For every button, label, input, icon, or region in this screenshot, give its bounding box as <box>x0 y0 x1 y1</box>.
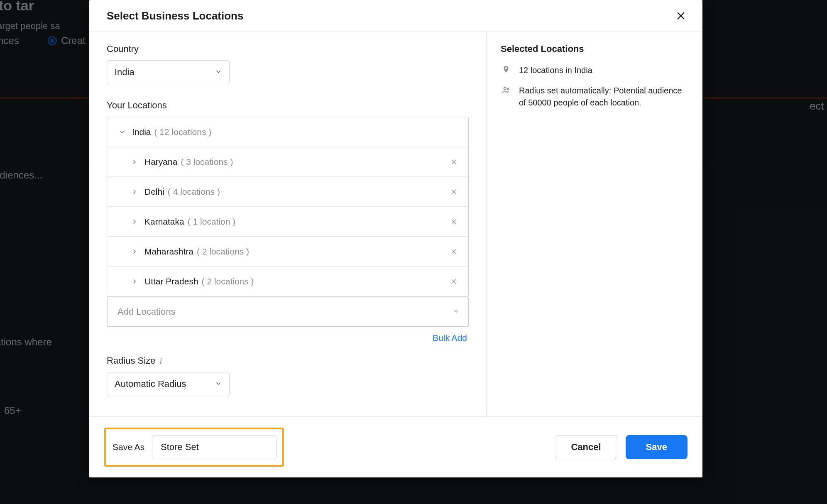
chevron-right-icon <box>131 278 141 285</box>
modal-body: Country India Your Locations India ( 12 … <box>89 32 702 416</box>
save-button[interactable]: Save <box>626 435 688 459</box>
close-button[interactable] <box>673 8 688 23</box>
modal-footer: Save As Cancel Save <box>89 416 702 477</box>
tree-root-count: ( 12 locations ) <box>154 127 212 137</box>
modal-title: Select Business Locations <box>107 10 243 22</box>
country-value: India <box>115 67 135 78</box>
close-icon <box>676 11 685 20</box>
tree-child-name: Karnataka <box>144 217 184 227</box>
radius-size-label: Radius Size i <box>107 355 469 366</box>
tree-child-row[interactable]: Haryana ( 3 locations ) <box>107 147 468 177</box>
summary-row-locations: 12 locations in India <box>501 64 688 76</box>
save-as-label: Save As <box>113 442 144 452</box>
tree-child-row[interactable]: Maharashtra ( 2 locations ) <box>107 237 468 267</box>
chevron-down-icon <box>215 379 222 389</box>
tree-child-row[interactable]: Uttar Pradesh ( 2 locations ) <box>107 267 468 296</box>
cancel-button[interactable]: Cancel <box>555 435 617 459</box>
tree-root-name: India <box>132 127 151 137</box>
your-locations-label: Your Locations <box>107 100 469 111</box>
chevron-right-icon <box>131 248 141 255</box>
remove-location-button[interactable] <box>448 156 460 168</box>
bulk-add-row: Bulk Add <box>107 333 467 343</box>
tree-child-name: Uttar Pradesh <box>144 276 198 286</box>
chevron-right-icon <box>131 188 141 195</box>
radius-size-label-text: Radius Size <box>107 355 155 366</box>
remove-location-button[interactable] <box>448 245 460 258</box>
remove-location-button[interactable] <box>448 215 460 228</box>
svg-point-0 <box>504 88 506 90</box>
chevron-down-icon <box>215 67 222 78</box>
tree-child-name: Delhi <box>144 187 164 197</box>
select-business-locations-modal: Select Business Locations Country India … <box>89 0 702 477</box>
tree-child-count: ( 1 location ) <box>188 217 236 227</box>
remove-location-button[interactable] <box>448 275 460 288</box>
info-icon[interactable]: i <box>159 356 162 366</box>
add-locations-placeholder: Add Locations <box>117 306 175 317</box>
location-pin-icon <box>501 64 511 76</box>
country-select[interactable]: India <box>107 60 230 84</box>
chevron-right-icon <box>131 218 141 225</box>
tree-child-name: Haryana <box>144 157 177 167</box>
remove-location-button[interactable] <box>448 186 460 198</box>
modal-header: Select Business Locations <box>89 0 702 32</box>
tree-child-row[interactable]: Karnataka ( 1 location ) <box>107 207 468 237</box>
tree-child-count: ( 2 locations ) <box>197 247 249 257</box>
bulk-add-link[interactable]: Bulk Add <box>433 333 467 343</box>
selected-locations-title: Selected Locations <box>501 44 688 54</box>
country-label: Country <box>107 44 469 54</box>
chevron-down-icon <box>453 306 460 317</box>
svg-point-1 <box>507 88 509 90</box>
chevron-right-icon <box>131 159 141 165</box>
save-as-highlight: Save As <box>104 428 284 467</box>
tree-child-count: ( 3 locations ) <box>181 157 233 167</box>
tree-root-row[interactable]: India ( 12 locations ) <box>107 117 468 147</box>
summary-radius-text: Radius set automatically: Potential audi… <box>519 85 688 109</box>
summary-locations-text: 12 locations in India <box>519 64 592 76</box>
save-as-input[interactable] <box>152 435 276 459</box>
radius-size-value: Automatic Radius <box>115 379 186 389</box>
summary-pane: Selected Locations 12 locations in India… <box>487 32 702 416</box>
add-locations-input[interactable]: Add Locations <box>107 296 469 327</box>
people-icon <box>501 85 511 109</box>
left-pane: Country India Your Locations India ( 12 … <box>89 32 487 416</box>
tree-child-count: ( 4 locations ) <box>168 187 220 197</box>
chevron-down-icon <box>119 129 129 135</box>
tree-child-name: Maharashtra <box>144 247 193 257</box>
tree-child-row[interactable]: Delhi ( 4 locations ) <box>107 177 468 207</box>
summary-row-radius: Radius set automatically: Potential audi… <box>501 85 688 109</box>
tree-child-count: ( 2 locations ) <box>202 276 254 286</box>
radius-size-select[interactable]: Automatic Radius <box>107 372 230 396</box>
locations-tree: India ( 12 locations ) Haryana ( 3 locat… <box>107 117 469 297</box>
